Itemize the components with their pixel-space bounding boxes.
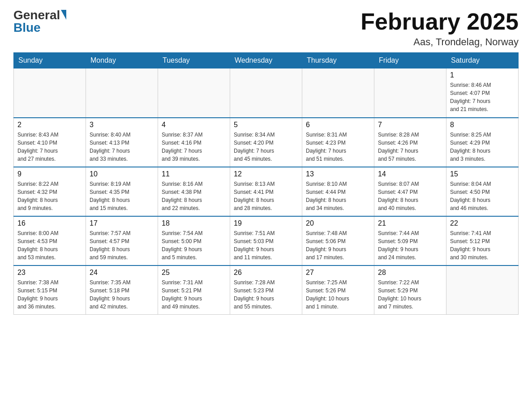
day-info: Sunrise: 8:13 AMSunset: 4:41 PMDaylight:… bbox=[234, 180, 298, 212]
day-number: 8 bbox=[450, 121, 515, 129]
day-info: Sunrise: 8:31 AMSunset: 4:23 PMDaylight:… bbox=[306, 131, 370, 163]
day-number: 20 bbox=[306, 219, 370, 227]
day-number: 4 bbox=[162, 121, 226, 129]
day-info: Sunrise: 7:31 AMSunset: 5:21 PMDaylight:… bbox=[162, 278, 226, 311]
day-number: 18 bbox=[162, 219, 226, 227]
calendar-day-cell: 12Sunrise: 8:13 AMSunset: 4:41 PMDayligh… bbox=[230, 167, 302, 216]
day-info: Sunrise: 8:19 AMSunset: 4:35 PMDaylight:… bbox=[90, 180, 154, 212]
day-number: 12 bbox=[234, 170, 298, 178]
calendar-day-cell: 27Sunrise: 7:25 AMSunset: 5:26 PMDayligh… bbox=[302, 265, 374, 315]
day-number: 27 bbox=[306, 269, 370, 277]
day-number: 21 bbox=[378, 219, 442, 227]
day-info: Sunrise: 7:25 AMSunset: 5:26 PMDaylight:… bbox=[306, 278, 370, 311]
day-info: Sunrise: 7:48 AMSunset: 5:06 PMDaylight:… bbox=[306, 229, 370, 261]
day-info: Sunrise: 7:38 AMSunset: 5:15 PMDaylight:… bbox=[17, 278, 82, 311]
calendar-day-cell bbox=[446, 265, 519, 315]
calendar-day-cell: 2Sunrise: 8:43 AMSunset: 4:10 PMDaylight… bbox=[14, 118, 86, 167]
day-number: 13 bbox=[306, 170, 370, 178]
calendar-week-row: 1Sunrise: 8:46 AMSunset: 4:07 PMDaylight… bbox=[14, 68, 519, 118]
day-info: Sunrise: 8:43 AMSunset: 4:10 PMDaylight:… bbox=[17, 131, 82, 163]
day-header-sunday: Sunday bbox=[14, 53, 86, 68]
day-number: 23 bbox=[17, 269, 82, 277]
calendar-day-cell: 10Sunrise: 8:19 AMSunset: 4:35 PMDayligh… bbox=[86, 167, 158, 216]
day-number: 10 bbox=[90, 170, 154, 178]
day-info: Sunrise: 7:51 AMSunset: 5:03 PMDaylight:… bbox=[234, 229, 298, 261]
calendar-day-cell: 21Sunrise: 7:44 AMSunset: 5:09 PMDayligh… bbox=[374, 216, 446, 265]
day-number: 11 bbox=[162, 170, 226, 178]
calendar-week-row: 16Sunrise: 8:00 AMSunset: 4:53 PMDayligh… bbox=[14, 216, 519, 265]
calendar-day-cell: 9Sunrise: 8:22 AMSunset: 4:32 PMDaylight… bbox=[14, 167, 86, 216]
calendar-day-cell: 15Sunrise: 8:04 AMSunset: 4:50 PMDayligh… bbox=[446, 167, 519, 216]
calendar-day-cell bbox=[230, 68, 302, 118]
day-number: 19 bbox=[234, 219, 298, 227]
logo: General Blue bbox=[13, 9, 66, 34]
day-info: Sunrise: 7:22 AMSunset: 5:29 PMDaylight:… bbox=[378, 278, 442, 311]
day-info: Sunrise: 8:46 AMSunset: 4:07 PMDaylight:… bbox=[450, 81, 515, 113]
day-header-thursday: Thursday bbox=[302, 53, 374, 68]
title-section: February 2025 Aas, Trondelag, Norway bbox=[360, 9, 519, 48]
day-info: Sunrise: 7:41 AMSunset: 5:12 PMDaylight:… bbox=[450, 229, 515, 261]
day-header-wednesday: Wednesday bbox=[230, 53, 302, 68]
page-header: General Blue February 2025 Aas, Trondela… bbox=[13, 9, 519, 48]
calendar-day-cell: 7Sunrise: 8:28 AMSunset: 4:26 PMDaylight… bbox=[374, 118, 446, 167]
logo-arrow-icon bbox=[61, 10, 66, 20]
calendar-day-cell: 8Sunrise: 8:25 AMSunset: 4:29 PMDaylight… bbox=[446, 118, 519, 167]
calendar-day-cell: 13Sunrise: 8:10 AMSunset: 4:44 PMDayligh… bbox=[302, 167, 374, 216]
day-number: 1 bbox=[450, 71, 515, 79]
calendar-day-cell: 4Sunrise: 8:37 AMSunset: 4:16 PMDaylight… bbox=[158, 118, 230, 167]
day-info: Sunrise: 8:07 AMSunset: 4:47 PMDaylight:… bbox=[378, 180, 442, 212]
day-number: 2 bbox=[17, 121, 82, 129]
calendar-day-cell: 18Sunrise: 7:54 AMSunset: 5:00 PMDayligh… bbox=[158, 216, 230, 265]
calendar-day-cell: 16Sunrise: 8:00 AMSunset: 4:53 PMDayligh… bbox=[14, 216, 86, 265]
calendar-day-cell: 14Sunrise: 8:07 AMSunset: 4:47 PMDayligh… bbox=[374, 167, 446, 216]
calendar-day-cell bbox=[374, 68, 446, 118]
calendar-day-cell: 26Sunrise: 7:28 AMSunset: 5:23 PMDayligh… bbox=[230, 265, 302, 315]
calendar-day-cell bbox=[302, 68, 374, 118]
day-info: Sunrise: 7:35 AMSunset: 5:18 PMDaylight:… bbox=[90, 278, 154, 311]
day-info: Sunrise: 8:04 AMSunset: 4:50 PMDaylight:… bbox=[450, 180, 515, 212]
day-info: Sunrise: 7:28 AMSunset: 5:23 PMDaylight:… bbox=[234, 278, 298, 311]
logo-general-text: General bbox=[13, 9, 60, 21]
day-info: Sunrise: 7:54 AMSunset: 5:00 PMDaylight:… bbox=[162, 229, 226, 261]
day-number: 9 bbox=[17, 170, 82, 178]
calendar-table: SundayMondayTuesdayWednesdayThursdayFrid… bbox=[13, 52, 519, 315]
day-number: 24 bbox=[90, 269, 154, 277]
day-number: 28 bbox=[378, 269, 442, 277]
calendar-day-cell: 24Sunrise: 7:35 AMSunset: 5:18 PMDayligh… bbox=[86, 265, 158, 315]
day-info: Sunrise: 7:44 AMSunset: 5:09 PMDaylight:… bbox=[378, 229, 442, 261]
calendar-day-cell: 20Sunrise: 7:48 AMSunset: 5:06 PMDayligh… bbox=[302, 216, 374, 265]
calendar-day-cell: 19Sunrise: 7:51 AMSunset: 5:03 PMDayligh… bbox=[230, 216, 302, 265]
day-header-friday: Friday bbox=[374, 53, 446, 68]
day-number: 25 bbox=[162, 269, 226, 277]
day-number: 17 bbox=[90, 219, 154, 227]
day-number: 22 bbox=[450, 219, 515, 227]
logo-blue-text: Blue bbox=[13, 21, 41, 34]
day-info: Sunrise: 8:28 AMSunset: 4:26 PMDaylight:… bbox=[378, 131, 442, 163]
day-info: Sunrise: 8:40 AMSunset: 4:13 PMDaylight:… bbox=[90, 131, 154, 163]
calendar-day-cell bbox=[158, 68, 230, 118]
calendar-day-cell: 28Sunrise: 7:22 AMSunset: 5:29 PMDayligh… bbox=[374, 265, 446, 315]
day-info: Sunrise: 8:22 AMSunset: 4:32 PMDaylight:… bbox=[17, 180, 82, 212]
calendar-title: February 2025 bbox=[360, 9, 519, 34]
day-info: Sunrise: 7:57 AMSunset: 4:57 PMDaylight:… bbox=[90, 229, 154, 261]
calendar-week-row: 2Sunrise: 8:43 AMSunset: 4:10 PMDaylight… bbox=[14, 118, 519, 167]
day-number: 26 bbox=[234, 269, 298, 277]
calendar-week-row: 23Sunrise: 7:38 AMSunset: 5:15 PMDayligh… bbox=[14, 265, 519, 315]
calendar-day-cell: 5Sunrise: 8:34 AMSunset: 4:20 PMDaylight… bbox=[230, 118, 302, 167]
day-number: 5 bbox=[234, 121, 298, 129]
day-number: 7 bbox=[378, 121, 442, 129]
day-info: Sunrise: 8:37 AMSunset: 4:16 PMDaylight:… bbox=[162, 131, 226, 163]
calendar-day-cell: 23Sunrise: 7:38 AMSunset: 5:15 PMDayligh… bbox=[14, 265, 86, 315]
day-header-saturday: Saturday bbox=[446, 53, 519, 68]
day-info: Sunrise: 8:25 AMSunset: 4:29 PMDaylight:… bbox=[450, 131, 515, 163]
calendar-week-row: 9Sunrise: 8:22 AMSunset: 4:32 PMDaylight… bbox=[14, 167, 519, 216]
calendar-day-cell bbox=[86, 68, 158, 118]
calendar-day-cell: 22Sunrise: 7:41 AMSunset: 5:12 PMDayligh… bbox=[446, 216, 519, 265]
calendar-day-cell: 25Sunrise: 7:31 AMSunset: 5:21 PMDayligh… bbox=[158, 265, 230, 315]
day-info: Sunrise: 8:16 AMSunset: 4:38 PMDaylight:… bbox=[162, 180, 226, 212]
calendar-day-cell bbox=[14, 68, 86, 118]
day-info: Sunrise: 8:10 AMSunset: 4:44 PMDaylight:… bbox=[306, 180, 370, 212]
calendar-day-cell: 6Sunrise: 8:31 AMSunset: 4:23 PMDaylight… bbox=[302, 118, 374, 167]
day-number: 6 bbox=[306, 121, 370, 129]
calendar-subtitle: Aas, Trondelag, Norway bbox=[360, 36, 519, 48]
